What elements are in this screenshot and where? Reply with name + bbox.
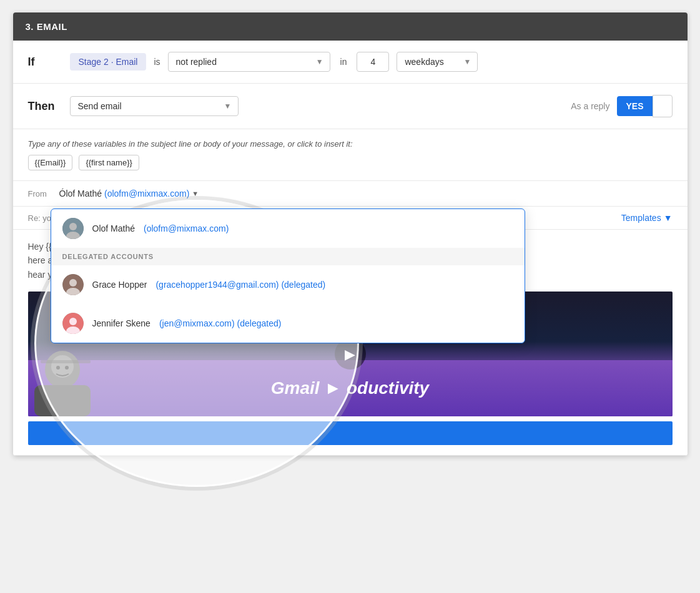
templates-label: Templates — [621, 213, 661, 223]
svg-rect-14 — [41, 360, 91, 363]
days-input[interactable] — [357, 52, 389, 72]
from-name: Ólof Mathé — [59, 189, 102, 198]
action-arrow: ▼ — [224, 102, 232, 110]
from-email: (olofm@mixmax.com) — [104, 189, 189, 198]
stage-badge[interactable]: Stage 2 · Email — [70, 53, 147, 71]
as-reply-label: As a reply — [571, 101, 609, 111]
dropdown-grace-email: (gracehopper1944@gmail.com) (delegated) — [155, 280, 325, 290]
variable-chip-email[interactable]: {{Email}} — [28, 155, 73, 170]
condition-value: not replied — [176, 57, 217, 67]
dropdown-jennifer-name: Jennifer Skene — [92, 318, 150, 328]
dropdown-item-primary[interactable]: Olof Mathé (olofm@mixmax.com) — [51, 209, 525, 248]
is-text: is — [154, 57, 160, 67]
yes-toggle[interactable] — [653, 95, 673, 117]
dropdown-primary-email: (olofm@mixmax.com) — [144, 223, 229, 233]
gmail-blue-bar — [28, 421, 673, 445]
dropdown-item-grace[interactable]: Grace Hopper (gracehopper1944@gmail.com)… — [51, 265, 525, 304]
yes-button[interactable]: YES — [617, 96, 652, 116]
from-row: From Ólof Mathé (olofm@mixmax.com) ▼ Olo… — [13, 181, 688, 207]
from-dropdown: Olof Mathé (olofm@mixmax.com) DELEGATED … — [51, 208, 525, 343]
delegated-header: DELEGATED ACCOUNTS — [51, 248, 525, 265]
period-value: weekdays — [405, 57, 443, 67]
from-label: From — [28, 189, 53, 198]
person-silhouette — [28, 348, 116, 416]
svg-point-11 — [51, 355, 74, 378]
dropdown-grace-name: Grace Hopper — [92, 280, 147, 290]
action-value: Send email — [78, 101, 122, 111]
dropdown-primary-name: Olof Mathé — [92, 223, 135, 233]
action-select[interactable]: Send email ▼ — [70, 96, 239, 116]
svg-point-1 — [69, 223, 77, 230]
svg-point-4 — [69, 279, 77, 287]
condition-select[interactable]: not replied ▼ — [168, 52, 330, 72]
variables-section: Type any of these variables in the subje… — [13, 129, 688, 181]
svg-point-13 — [65, 366, 69, 370]
from-value-button[interactable]: Ólof Mathé (olofm@mixmax.com) ▼ — [59, 189, 199, 198]
avatar-grace — [62, 274, 84, 295]
templates-button[interactable]: Templates ▼ — [621, 213, 673, 223]
card-title: 3. EMAIL — [26, 21, 67, 32]
from-dropdown-arrow: ▼ — [192, 190, 199, 197]
templates-arrow: ▼ — [664, 213, 673, 223]
avatar-jennifer — [62, 313, 84, 334]
yes-group: YES — [617, 95, 672, 117]
period-arrow: ▼ — [464, 57, 471, 66]
variables-hint: Type any of these variables in the subje… — [28, 139, 673, 149]
svg-point-12 — [56, 366, 60, 370]
condition-arrow: ▼ — [316, 57, 323, 66]
email-stage-card: 3. EMAIL If Stage 2 · Email is not repli… — [13, 12, 688, 456]
if-label: If — [28, 56, 62, 69]
in-text: in — [340, 57, 347, 67]
dropdown-item-jennifer[interactable]: Jennifer Skene (jen@mixmax.com) (delegat… — [51, 304, 525, 343]
if-row: If Stage 2 · Email is not replied ▼ in w… — [13, 41, 688, 84]
svg-point-7 — [69, 318, 77, 325]
period-select[interactable]: weekdays ▼ — [397, 52, 478, 72]
svg-rect-10 — [34, 385, 91, 416]
then-row: Then Send email ▼ As a reply YES — [13, 84, 688, 129]
then-label: Then — [28, 100, 62, 113]
avatar-olof — [62, 218, 84, 239]
variables-list: {{Email}} {{first name}} — [28, 155, 673, 170]
dropdown-jennifer-email: (jen@mixmax.com) (delegated) — [159, 318, 282, 328]
card-header: 3. EMAIL — [13, 12, 688, 41]
video-bottom-text: Gmail ► oductivity — [271, 375, 429, 403]
variable-chip-firstname[interactable]: {{first name}} — [79, 155, 139, 170]
